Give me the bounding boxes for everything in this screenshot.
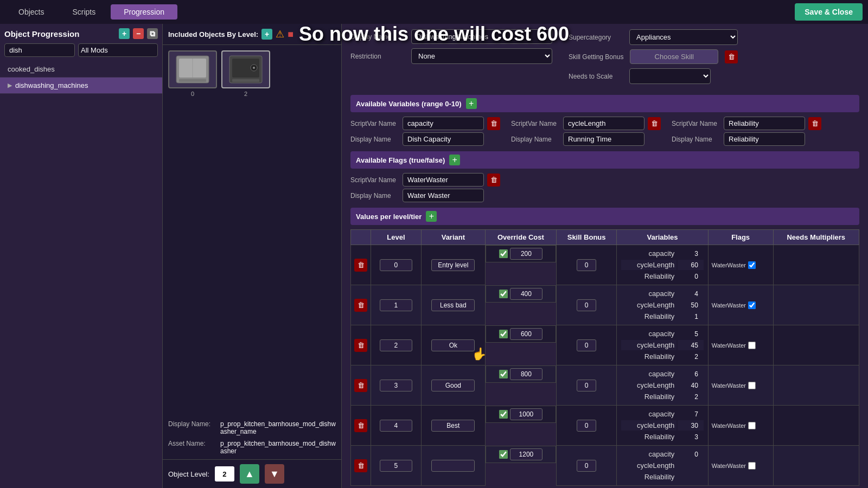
- level-input-5[interactable]: [380, 460, 412, 472]
- add-level-btn[interactable]: +: [261, 29, 272, 40]
- level-down-button[interactable]: ▼: [265, 464, 284, 484]
- variant-input-1[interactable]: [431, 299, 475, 311]
- override-cost-check-4[interactable]: [499, 410, 508, 419]
- object-item-cooked-dishes[interactable]: cooked_dishes: [0, 61, 162, 78]
- skill-bonus-input-5[interactable]: [577, 460, 596, 472]
- var-val-input-1-2[interactable]: [683, 313, 698, 320]
- mod-filter-select[interactable]: All Mods: [78, 43, 158, 57]
- level-input-4[interactable]: [380, 420, 412, 432]
- var-val-input-2-2[interactable]: [683, 353, 698, 361]
- needs-scale-select[interactable]: [629, 68, 711, 84]
- restriction-select[interactable]: None: [411, 48, 552, 64]
- remove-object-btn[interactable]: −: [133, 28, 144, 39]
- flag-check-2-0[interactable]: [748, 342, 756, 349]
- flag-display-input-0[interactable]: [403, 189, 484, 202]
- flag-scriptvar-input-0[interactable]: [403, 173, 484, 187]
- var-scriptvar-input-2[interactable]: [724, 117, 805, 130]
- flag-display-label-0: Display Name: [350, 192, 399, 200]
- var-display-row-1: Display Name: [511, 132, 661, 146]
- delete-row-3-button[interactable]: 🗑: [354, 379, 367, 392]
- level-img-0[interactable]: 0: [168, 50, 217, 97]
- level-up-button[interactable]: ▲: [240, 464, 259, 484]
- skill-bonus-input-0[interactable]: [577, 259, 596, 271]
- delete-row-1-button[interactable]: 🗑: [354, 299, 367, 312]
- override-cost-check-3[interactable]: [499, 370, 508, 378]
- copy-object-btn[interactable]: ⧉: [147, 28, 158, 39]
- override-cost-input-0[interactable]: [510, 248, 542, 260]
- variant-input-2[interactable]: [431, 339, 475, 351]
- delete-var-0-button[interactable]: 🗑: [487, 117, 500, 130]
- var-display-input-1[interactable]: [563, 132, 644, 146]
- override-cost-check-2[interactable]: [499, 330, 508, 338]
- var-val-input-0-0[interactable]: [683, 250, 698, 258]
- flag-check-1-0[interactable]: [748, 301, 756, 309]
- delete-row-4-button[interactable]: 🗑: [354, 419, 367, 432]
- level-img-2[interactable]: 2: [221, 50, 270, 97]
- var-val-input-1-0[interactable]: [683, 290, 698, 298]
- flag-check-4-0[interactable]: [748, 422, 756, 429]
- delete-row-2-button[interactable]: 🗑: [354, 339, 367, 352]
- override-cost-input-5[interactable]: [510, 448, 542, 460]
- delete-var-1-button[interactable]: 🗑: [648, 117, 661, 130]
- var-val-input-2-1[interactable]: [683, 342, 698, 349]
- var-val-input-5-1[interactable]: [683, 462, 698, 470]
- var-scriptvar-input-0[interactable]: [403, 117, 484, 130]
- override-cost-input-4[interactable]: [510, 408, 542, 420]
- variant-input-0[interactable]: [431, 259, 475, 271]
- override-cost-check-5[interactable]: [499, 450, 508, 459]
- delete-flag-0-button[interactable]: 🗑: [487, 174, 500, 187]
- var-scriptvar-input-1[interactable]: [563, 117, 644, 130]
- override-cost-check-1[interactable]: [499, 290, 508, 298]
- flag-check-0-0[interactable]: [748, 261, 756, 269]
- override-cost-input-3[interactable]: [510, 368, 542, 380]
- save-close-button[interactable]: Save & Close: [795, 3, 863, 21]
- search-input[interactable]: [4, 43, 75, 57]
- var-display-input-0[interactable]: [403, 132, 484, 146]
- add-flag-button[interactable]: +: [449, 155, 460, 165]
- choose-skill-button[interactable]: Choose Skill: [630, 49, 718, 64]
- add-tier-button[interactable]: +: [426, 211, 437, 222]
- display-name-input[interactable]: [411, 29, 552, 44]
- var-val-input-4-1[interactable]: [683, 422, 698, 429]
- var-val-input-2-0[interactable]: [683, 330, 698, 338]
- flag-check-5-0[interactable]: [748, 462, 756, 470]
- add-object-btn[interactable]: +: [119, 28, 130, 39]
- var-val-input-0-2[interactable]: [683, 273, 698, 280]
- var-val-input-3-1[interactable]: [683, 382, 698, 389]
- variant-input-3[interactable]: [431, 380, 475, 391]
- override-cost-input-1[interactable]: [510, 288, 542, 300]
- variant-input-5[interactable]: [431, 460, 475, 472]
- tab-scripts[interactable]: Scripts: [59, 4, 108, 20]
- skill-bonus-input-4[interactable]: [577, 420, 596, 432]
- tab-progression[interactable]: Progression: [111, 4, 177, 20]
- object-item-dishwashing-machines[interactable]: ▶ dishwashing_machines: [0, 78, 162, 94]
- level-input-3[interactable]: [380, 380, 412, 391]
- var-display-input-2[interactable]: [724, 132, 805, 146]
- var-val-input-4-0[interactable]: [683, 410, 698, 418]
- var-val-input-5-2[interactable]: [683, 473, 698, 481]
- skill-bonus-input-2[interactable]: [577, 339, 596, 351]
- variant-input-4[interactable]: [431, 420, 475, 432]
- level-input-0[interactable]: [380, 259, 412, 271]
- delete-var-2-button[interactable]: 🗑: [808, 117, 821, 130]
- flag-check-3-0[interactable]: [748, 382, 756, 389]
- var-val-input-4-2[interactable]: [683, 433, 698, 441]
- var-val-input-0-1[interactable]: [683, 261, 698, 269]
- delete-row-0-button[interactable]: 🗑: [354, 259, 367, 272]
- supercategory-select[interactable]: Appliances: [629, 29, 738, 45]
- skill-bonus-input-3[interactable]: [577, 380, 596, 391]
- delete-row-5-button[interactable]: 🗑: [354, 459, 367, 472]
- search-row: All Mods: [0, 43, 162, 61]
- add-variable-button[interactable]: +: [466, 98, 477, 109]
- override-cost-input-2[interactable]: [510, 328, 542, 340]
- tab-objects[interactable]: Objects: [5, 4, 57, 20]
- delete-skill-button[interactable]: 🗑: [725, 50, 738, 63]
- skill-bonus-input-1[interactable]: [577, 299, 596, 311]
- var-val-input-1-1[interactable]: [683, 301, 698, 309]
- var-val-input-3-2[interactable]: [683, 393, 698, 401]
- var-val-input-3-0[interactable]: [683, 370, 698, 378]
- level-input-2[interactable]: [380, 339, 412, 351]
- override-cost-check-0[interactable]: [499, 249, 508, 258]
- var-val-input-5-0[interactable]: [683, 451, 698, 458]
- level-input-1[interactable]: [380, 299, 412, 311]
